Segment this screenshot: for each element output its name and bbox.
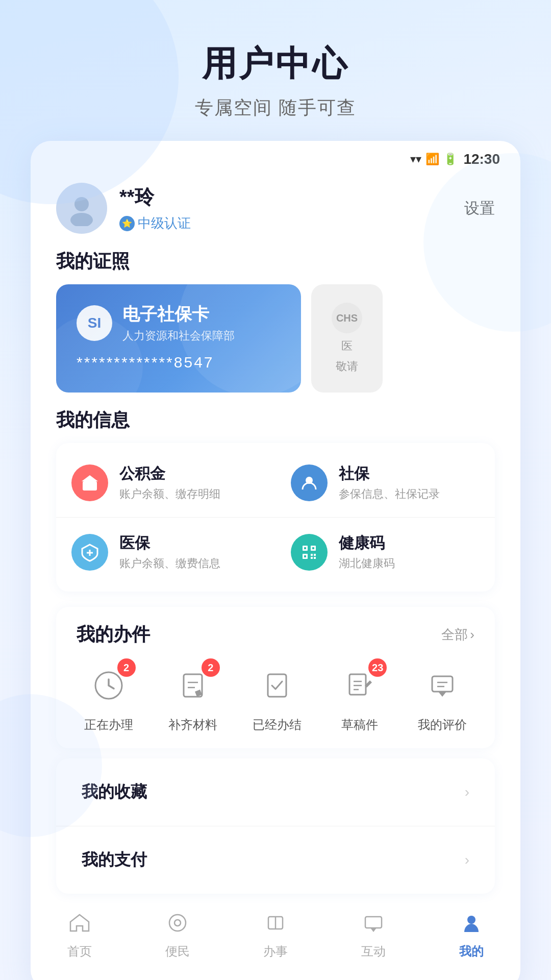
processing-icon-wrap: 2	[86, 663, 132, 708]
favorites-chevron-icon: ›	[465, 784, 469, 800]
business-item-processing[interactable]: 2 正在办理	[84, 663, 133, 733]
info-item-jiankangma[interactable]: 健康码 湖北健康码	[276, 518, 495, 586]
status-icons: ▾▾ 📶 🔋	[410, 153, 457, 166]
chevron-right-icon: ›	[470, 627, 474, 643]
banshi-icon	[264, 912, 287, 939]
cards-section-title: 我的证照	[31, 249, 520, 274]
svg-rect-15	[311, 557, 313, 559]
svg-marker-36	[370, 928, 377, 932]
card-number: *************8547	[77, 354, 281, 371]
svg-point-32	[174, 920, 181, 926]
my-favorites-item[interactable]: 我的收藏 ›	[56, 758, 495, 826]
jiankangma-name: 健康码	[339, 533, 395, 554]
user-details: **玲 ⭐ 中级认证	[119, 184, 191, 232]
gongjijin-icon	[71, 464, 108, 501]
svg-rect-22	[349, 674, 366, 695]
yibao-desc: 账户余额、缴费信息	[119, 556, 220, 571]
processing-label: 正在办理	[84, 717, 133, 733]
nav-item-home[interactable]: 首页	[44, 912, 115, 960]
business-item-supplement[interactable]: 2 补齐材料	[168, 663, 217, 733]
hudong-icon	[362, 912, 385, 939]
card-name: 电子社保卡	[122, 303, 235, 326]
info-item-gongjijin[interactable]: 公积金 账户余额、缴存明细	[56, 448, 276, 518]
info-item-shebao[interactable]: 社保 参保信息、社保记录	[276, 448, 495, 518]
page-title: 用户中心	[0, 41, 551, 87]
favorites-title: 我的收藏	[82, 781, 147, 803]
shebao-name: 社保	[339, 463, 440, 484]
processing-badge: 2	[117, 658, 136, 677]
bianmin-icon	[166, 912, 189, 939]
draft-icon-wrap: 23	[337, 663, 383, 708]
settings-button[interactable]: 设置	[464, 198, 495, 219]
svg-point-31	[169, 915, 186, 931]
cards-scroll: SI 电子社保卡 人力资源和社会保障部 *************8547 CH…	[31, 284, 520, 393]
draft-label: 草稿件	[341, 717, 378, 733]
nav-label-hudong: 互动	[361, 943, 386, 960]
svg-rect-14	[314, 554, 316, 556]
info-item-yibao[interactable]: 医保 账户余额、缴费信息	[56, 518, 276, 586]
yibao-icon	[71, 534, 108, 571]
user-section: **玲 ⭐ 中级认证 设置	[31, 173, 520, 249]
payment-title: 我的支付	[82, 849, 147, 871]
business-item-review[interactable]: 我的评价	[418, 663, 467, 733]
supplement-label: 补齐材料	[168, 717, 217, 733]
supplement-icon-wrap: 2	[170, 663, 216, 708]
svg-point-37	[467, 916, 475, 924]
svg-rect-21	[268, 674, 286, 697]
social-security-card[interactable]: SI 电子社保卡 人力资源和社会保障部 *************8547	[56, 284, 301, 393]
battery-icon: 🔋	[443, 153, 457, 166]
medical-card[interactable]: CHS 医 敬请	[311, 284, 383, 393]
svg-marker-27	[438, 692, 446, 697]
jiankangma-icon	[291, 534, 328, 571]
svg-marker-3	[82, 475, 98, 481]
nav-item-hudong[interactable]: 互动	[338, 912, 409, 960]
nav-label-mine: 我的	[459, 943, 484, 960]
card-logo: SI	[77, 305, 112, 341]
svg-marker-30	[70, 915, 89, 931]
cert-icon: ⭐	[119, 216, 135, 231]
phone-card: ▾▾ 📶 🔋 12:30 **玲 ⭐ 中级认证 设置	[31, 141, 520, 980]
my-payment-item[interactable]: 我的支付 ›	[56, 826, 495, 894]
page-header: 用户中心 专属空间 随手可查	[0, 0, 551, 141]
info-grid: 公积金 账户余额、缴存明细 社保 参保信息、社保记录	[56, 448, 495, 586]
user-info: **玲 ⭐ 中级认证	[56, 183, 191, 234]
user-badge: ⭐ 中级认证	[119, 214, 191, 232]
wifi-icon: ▾▾	[410, 153, 421, 166]
nav-item-banshi[interactable]: 办事	[240, 912, 311, 960]
bottom-nav: 首页 便民 办事	[31, 901, 520, 975]
medical-card-desc: 敬请	[336, 359, 358, 374]
jiankangma-desc: 湖北健康码	[339, 556, 395, 571]
payment-chevron-icon: ›	[465, 852, 469, 868]
svg-rect-35	[365, 917, 382, 928]
my-favorites-payment-section: 我的收藏 › 我的支付 ›	[56, 758, 495, 894]
nav-label-home: 首页	[67, 943, 92, 960]
nav-label-bianmin: 便民	[165, 943, 190, 960]
business-item-draft[interactable]: 23 草稿件	[337, 663, 383, 733]
completed-icon-wrap	[254, 663, 300, 708]
supplement-badge: 2	[202, 658, 220, 677]
user-name: **玲	[119, 184, 191, 210]
status-time: 12:30	[463, 151, 500, 167]
completed-label: 已经办结	[253, 717, 302, 733]
nav-item-mine[interactable]: 我的	[436, 912, 507, 960]
home-icon	[68, 912, 91, 939]
business-item-completed[interactable]: 已经办结	[253, 663, 302, 733]
avatar	[56, 183, 107, 234]
review-label: 我的评价	[418, 717, 467, 733]
my-business-section: 我的办件 全部 › 2 正在办理	[56, 607, 495, 748]
svg-rect-10	[304, 547, 306, 549]
review-icon-wrap	[419, 663, 465, 708]
view-all-button[interactable]: 全部 ›	[441, 626, 474, 644]
nav-item-bianmin[interactable]: 便民	[142, 912, 213, 960]
svg-rect-2	[83, 481, 97, 491]
info-section-title: 我的信息	[31, 408, 520, 433]
gongjijin-name: 公积金	[119, 463, 220, 484]
yibao-name: 医保	[119, 533, 220, 554]
card-org: 人力资源和社会保障部	[122, 328, 235, 344]
card-header: SI 电子社保卡 人力资源和社会保障部	[77, 303, 281, 344]
page-subtitle: 专属空间 随手可查	[0, 95, 551, 120]
my-info-section: 公积金 账户余额、缴存明细 社保 参保信息、社保记录	[56, 443, 495, 592]
draft-badge: 23	[368, 658, 387, 677]
svg-rect-12	[304, 555, 306, 557]
status-bar: ▾▾ 📶 🔋 12:30	[31, 141, 520, 173]
